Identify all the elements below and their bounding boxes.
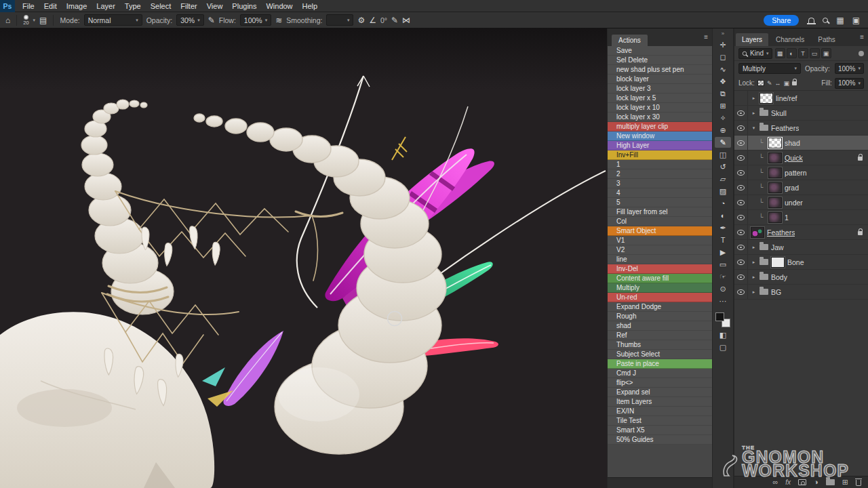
filter-type-icon-2[interactable]: T: [798, 48, 808, 58]
foreground-color-swatch[interactable]: [715, 312, 724, 321]
layer-thumbnail[interactable]: [768, 152, 782, 163]
action-item-content-aware-fill[interactable]: Content aware fill: [608, 274, 712, 283]
action-item-thumbs[interactable]: Thumbs: [608, 340, 712, 350]
menu-image[interactable]: Image: [62, 2, 92, 10]
layer-row-body[interactable]: ▸Body: [734, 270, 868, 285]
tab-layers[interactable]: Layers: [736, 33, 768, 46]
visibility-toggle[interactable]: [734, 240, 748, 254]
lock-transparency-icon[interactable]: [757, 80, 764, 86]
new-group-icon[interactable]: [826, 479, 835, 485]
tab-actions[interactable]: Actions: [612, 35, 648, 46]
layer-row-1[interactable]: └1: [734, 210, 868, 225]
path-select-tool[interactable]: ▶: [715, 247, 731, 258]
visibility-toggle[interactable]: [734, 255, 748, 269]
search-icon[interactable]: [823, 18, 828, 23]
home-icon[interactable]: ⌂: [5, 16, 10, 24]
action-item-2[interactable]: 2: [608, 169, 712, 179]
menu-plugins[interactable]: Plugins: [227, 2, 261, 10]
action-item-lock-layer-x-5[interactable]: lock layer x 5: [608, 94, 712, 103]
layer-thumbnail[interactable]: [751, 227, 764, 238]
layer-name[interactable]: under: [785, 199, 803, 207]
layer-thumbnail[interactable]: [768, 182, 782, 193]
action-item-expand-dodge[interactable]: Expand Dodge: [608, 302, 712, 312]
visibility-toggle[interactable]: [734, 165, 748, 180]
history-brush-tool[interactable]: ↺: [715, 161, 731, 172]
layer-row-pattern[interactable]: └pattern: [734, 165, 868, 180]
smoothing-field[interactable]: ▾: [326, 14, 353, 26]
visibility-toggle[interactable]: [734, 210, 748, 224]
expand-caret-icon[interactable]: ▸: [751, 245, 757, 250]
action-item-multiply[interactable]: Multiply: [608, 283, 712, 293]
visibility-toggle[interactable]: [734, 180, 748, 195]
action-item-3[interactable]: 3: [608, 179, 712, 188]
visibility-toggle[interactable]: [734, 121, 748, 135]
action-item-5[interactable]: 5: [608, 198, 712, 207]
flow-field[interactable]: 100% ▾: [240, 14, 271, 26]
action-item-sel-delete[interactable]: Sel Delete: [608, 56, 712, 65]
fill-field[interactable]: 100% ▾: [835, 78, 864, 89]
action-item-col[interactable]: Col: [608, 217, 712, 226]
layer-thumbnail[interactable]: [768, 138, 782, 148]
notifications-bell-icon[interactable]: [808, 18, 814, 23]
layer-name[interactable]: Feathers: [771, 124, 799, 132]
action-item-un-red[interactable]: Un-red: [608, 293, 712, 302]
action-item-inv-fill[interactable]: Inv+Fill: [608, 150, 712, 160]
action-item-shad[interactable]: shad: [608, 321, 712, 331]
filter-toggle[interactable]: [859, 51, 864, 56]
layer-thumbnail[interactable]: [771, 257, 785, 268]
menu-help[interactable]: Help: [298, 2, 323, 10]
visibility-toggle[interactable]: [734, 106, 748, 120]
menu-filter[interactable]: Filter: [176, 2, 201, 10]
expand-caret-icon[interactable]: ▸: [751, 289, 757, 295]
smoothing-options-gear-icon[interactable]: ⚙: [357, 16, 365, 24]
lasso-tool[interactable]: ∿: [715, 64, 731, 75]
expand-caret-icon[interactable]: ▸: [751, 110, 757, 116]
layer-row-feathers[interactable]: Feathers: [734, 225, 868, 240]
action-item-rough[interactable]: Rough: [608, 312, 712, 321]
visibility-toggle[interactable]: [734, 270, 748, 284]
filter-type-icon-4[interactable]: ▣: [821, 48, 831, 58]
add-layer-mask-icon[interactable]: [798, 479, 806, 485]
airbrush-icon[interactable]: ≋: [275, 16, 282, 24]
action-item-flip[interactable]: flip<>: [608, 378, 712, 388]
pen-tool[interactable]: ✒: [715, 222, 731, 233]
lock-image-icon[interactable]: ✎: [767, 80, 772, 87]
filter-type-icon-1[interactable]: ◐: [787, 48, 797, 58]
visibility-toggle[interactable]: [734, 91, 748, 105]
layer-name[interactable]: BG: [771, 288, 781, 296]
action-item-inv-del[interactable]: Inv-Del: [608, 264, 712, 274]
layer-name[interactable]: Feathers: [767, 228, 795, 237]
layer-row-quick[interactable]: └Quick: [734, 150, 868, 165]
quick-mask-icon[interactable]: ◧: [715, 329, 731, 340]
layer-name[interactable]: 1: [785, 214, 789, 222]
healing-brush-tool[interactable]: ⊕: [715, 125, 731, 136]
action-item-smart-x5[interactable]: Smart X5: [608, 426, 712, 435]
layer-name[interactable]: grad: [785, 184, 799, 192]
layer-opacity-field[interactable]: 100% ▾: [835, 63, 864, 74]
layer-row-grad[interactable]: └grad: [734, 180, 868, 195]
action-item-item-layers[interactable]: Item Layers: [608, 397, 712, 407]
visibility-toggle[interactable]: [734, 285, 748, 299]
workspace-switcher-icon[interactable]: ▣: [852, 16, 860, 24]
action-item-line[interactable]: line: [608, 255, 712, 264]
eyedropper-tool[interactable]: ✧: [715, 113, 731, 123]
action-item-ex-in[interactable]: EX/IN: [608, 407, 712, 416]
frame-tool[interactable]: ⊞: [715, 100, 731, 111]
gradient-tool[interactable]: ▨: [715, 186, 731, 197]
blend-mode-select[interactable]: Multiply ▾: [738, 63, 801, 74]
document-canvas[interactable]: [0, 28, 607, 488]
menu-file[interactable]: File: [18, 2, 39, 10]
layer-thumbnail[interactable]: [760, 93, 773, 104]
action-item-paste-in-place[interactable]: Paste in place: [608, 359, 712, 369]
edit-toolbar-icon[interactable]: ⋯: [715, 296, 731, 306]
action-item-1[interactable]: 1: [608, 160, 712, 169]
collapse-panel-icon[interactable]: »: [713, 28, 733, 38]
layer-row-skull[interactable]: ▸Skull: [734, 106, 868, 121]
action-item-block-layer[interactable]: block layer: [608, 75, 712, 84]
layer-row-line-ref[interactable]: ▸line/ref: [734, 91, 868, 106]
brush-angle-value[interactable]: 0°: [380, 16, 387, 24]
delete-layer-icon[interactable]: [856, 480, 861, 486]
action-item-lock-layer-3[interactable]: lock layer 3: [608, 84, 712, 94]
menu-select[interactable]: Select: [146, 2, 176, 10]
layer-name[interactable]: Jaw: [771, 243, 784, 251]
